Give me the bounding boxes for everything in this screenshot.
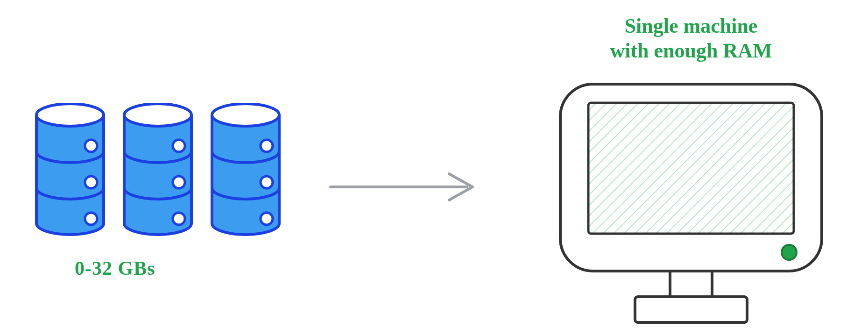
database-group	[33, 103, 283, 240]
svg-point-9	[261, 140, 273, 152]
database-icon	[120, 103, 195, 240]
machine-label-line2: with enough RAM	[610, 39, 772, 62]
machine-label: Single machine with enough RAM	[542, 14, 840, 64]
database-icon	[33, 103, 107, 240]
computer-icon	[556, 79, 826, 334]
svg-point-17	[782, 245, 797, 260]
arrow-icon	[327, 168, 481, 207]
svg-point-6	[173, 176, 185, 188]
diagram-canvas: 0-32 GBs Single machine with enough RAM	[0, 0, 868, 336]
svg-rect-18	[670, 271, 712, 297]
svg-point-2	[85, 176, 97, 188]
svg-point-5	[173, 140, 185, 152]
svg-point-1	[85, 140, 97, 152]
data-size-label: 0-32 GBs	[75, 257, 155, 279]
svg-rect-19	[635, 297, 747, 322]
machine-label-line1: Single machine	[625, 14, 758, 37]
svg-point-10	[261, 176, 273, 188]
svg-point-11	[261, 213, 273, 225]
svg-point-7	[173, 213, 185, 225]
database-icon	[208, 103, 283, 240]
svg-point-4	[124, 104, 191, 126]
svg-point-3	[85, 213, 97, 225]
svg-rect-16	[588, 103, 794, 234]
svg-point-8	[212, 104, 279, 126]
